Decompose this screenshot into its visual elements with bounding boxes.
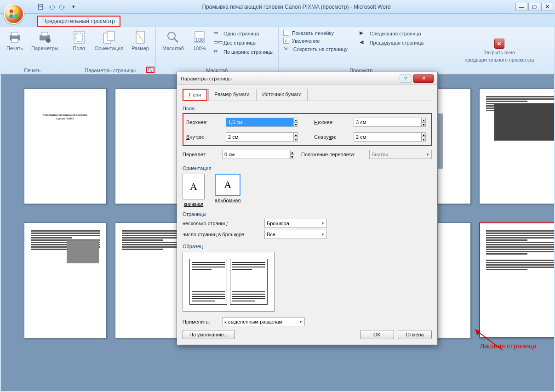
qat-more-icon[interactable]: ▾ [70, 3, 77, 11]
magnifier-checkbox[interactable]: ✓Увеличение [283, 38, 348, 44]
outside-margin-input[interactable] [354, 132, 422, 142]
ribbon-group-zoom: Масштаб 100 100% ▭Одна страница ▭▭Две ст… [156, 27, 279, 74]
spin-up[interactable]: ▲ [422, 132, 426, 137]
orientation-header: Ориентация [183, 165, 432, 171]
cancel-button[interactable]: Отмена [398, 330, 432, 339]
multiple-pages-select[interactable]: Брошюра▼ [264, 219, 327, 228]
zoom-button[interactable]: Масштаб [160, 29, 186, 53]
page-thumbnail[interactable] [24, 222, 107, 338]
top-margin-input[interactable] [226, 118, 294, 127]
gutter-input[interactable] [222, 150, 290, 159]
page-setup-dialog-launcher[interactable] [146, 67, 154, 73]
two-pages-button[interactable]: ▭▭Две страницы [213, 39, 274, 46]
sample-preview [183, 252, 275, 312]
printer-gear-icon [37, 30, 52, 45]
office-button[interactable] [4, 4, 24, 24]
ribbon-group-preview: Показать линейку ✓Увеличение ⇲Сократить … [279, 27, 444, 74]
dialog-close-button[interactable]: ✕ [413, 74, 434, 83]
tab-print-preview[interactable]: Предварительный просмотр [37, 16, 120, 27]
pages-header: Страницы [183, 211, 432, 217]
zoom-100-button[interactable]: 100 100% [190, 29, 209, 53]
printer-icon [7, 30, 22, 45]
svg-rect-5 [39, 7, 42, 9]
ok-button[interactable]: OK [360, 330, 394, 339]
titlebar: ▾ Промывка печатающей головки Canon PIXM… [0, 0, 555, 14]
outside-margin-label: Снаружи: [314, 134, 350, 140]
close-preview-button[interactable]: ✕ Закрыть окно предварительного просмотр… [463, 38, 536, 64]
spin-down[interactable]: ▼ [294, 137, 298, 142]
spin-down[interactable]: ▼ [290, 154, 294, 159]
ribbon-group-close: ✕ Закрыть окно предварительного просмотр… [444, 27, 555, 74]
svg-rect-9 [11, 39, 18, 42]
close-window-button[interactable]: ✕ [541, 3, 553, 11]
page-width-icon: ⇔ [213, 48, 221, 56]
spin-up[interactable]: ▲ [294, 118, 298, 122]
next-page-icon: ▶ [360, 30, 367, 37]
undo-icon[interactable] [48, 3, 55, 11]
page-thumbnail[interactable]: Промывка печатающей головкиCanon PIXMA [24, 88, 107, 204]
svg-line-19 [174, 39, 178, 42]
svg-point-1 [14, 9, 18, 13]
inside-margin-label: Внутри: [186, 134, 222, 140]
bottom-margin-input[interactable] [354, 118, 422, 127]
svg-rect-6 [39, 5, 42, 6]
page-width-button[interactable]: ⇔По ширине страницы [213, 48, 274, 56]
print-options-button[interactable]: Параметры [29, 29, 60, 53]
svg-point-0 [9, 9, 13, 13]
landscape-option[interactable]: Aальбомная [215, 174, 240, 207]
portrait-option[interactable]: Aкнижная [183, 174, 205, 207]
minimize-button[interactable]: — [515, 3, 527, 11]
magnifier-icon [166, 30, 180, 45]
two-pages-icon: ▭▭ [213, 39, 221, 46]
page-thumbnail[interactable] [479, 88, 554, 204]
ribbon-group-print: Печать Параметры Печать [0, 27, 65, 74]
svg-point-3 [14, 14, 18, 18]
dialog-title: Параметры страницы [181, 76, 232, 81]
ribbon: Печать Параметры Печать Поля Ориентация … [0, 27, 555, 74]
spin-up[interactable]: ▲ [290, 150, 294, 154]
tab-paper-size[interactable]: Размер бумаги [208, 89, 255, 101]
size-button[interactable]: Размер [130, 29, 151, 53]
print-button[interactable]: Печать [5, 29, 25, 53]
spin-down[interactable]: ▼ [422, 122, 426, 127]
checkbox-icon [283, 30, 289, 36]
spin-down[interactable]: ▼ [294, 122, 298, 127]
sheets-per-booklet-select[interactable]: Все▼ [264, 230, 327, 239]
dialog-tabs: Поля Размер бумаги Источник бумаги [183, 89, 432, 101]
annotation-extra-page: Лишняя страница [480, 342, 537, 350]
show-ruler-checkbox[interactable]: Показать линейку [283, 30, 348, 36]
ribbon-tab-row: Предварительный просмотр [0, 14, 555, 27]
next-page-button[interactable]: ▶Следующая страница [360, 30, 424, 37]
gutter-pos-label: Положение переплета: [301, 152, 366, 157]
spin-up[interactable]: ▲ [294, 132, 298, 137]
dialog-help-button[interactable]: ? [400, 74, 412, 83]
inside-margin-input[interactable] [226, 132, 294, 142]
tab-margins[interactable]: Поля [183, 89, 207, 101]
tab-paper-source[interactable]: Источник бумаги [256, 89, 307, 101]
default-button[interactable]: По умолчанию... [183, 330, 235, 339]
spin-down[interactable]: ▼ [422, 137, 426, 142]
dialog-titlebar: Параметры страницы ? ✕ [177, 72, 437, 85]
bottom-margin-label: Нижнее: [314, 119, 350, 125]
margins-button[interactable]: Поля [70, 29, 88, 53]
svg-rect-16 [107, 31, 114, 40]
gutter-label: Переплет: [183, 152, 218, 157]
sheets-per-booklet-label: число страниц в брошюре: [183, 232, 261, 237]
apply-to-select[interactable]: к выделенным разделам▼ [222, 317, 305, 326]
sample-header: Образец [183, 244, 432, 249]
page-thumbnail-extra[interactable] [479, 222, 554, 338]
checkbox-checked-icon: ✓ [283, 38, 289, 44]
svg-point-2 [9, 14, 13, 18]
maximize-button[interactable]: ▢ [528, 3, 540, 11]
svg-text:100: 100 [195, 37, 204, 43]
one-page-button[interactable]: ▭Одна страница [213, 30, 274, 37]
one-page-icon: ▭ [213, 30, 221, 37]
spin-up[interactable]: ▲ [422, 118, 426, 122]
shrink-to-fit-button[interactable]: ⇲Сократить на страницу [283, 45, 348, 53]
orientation-button[interactable]: Ориентация [93, 29, 125, 53]
orientation-icon [102, 30, 116, 45]
svg-point-18 [168, 32, 175, 40]
prev-page-button[interactable]: ◀Предыдущая страница [360, 39, 424, 46]
redo-icon[interactable] [59, 3, 66, 11]
multiple-pages-label: несколько страниц: [183, 221, 261, 226]
